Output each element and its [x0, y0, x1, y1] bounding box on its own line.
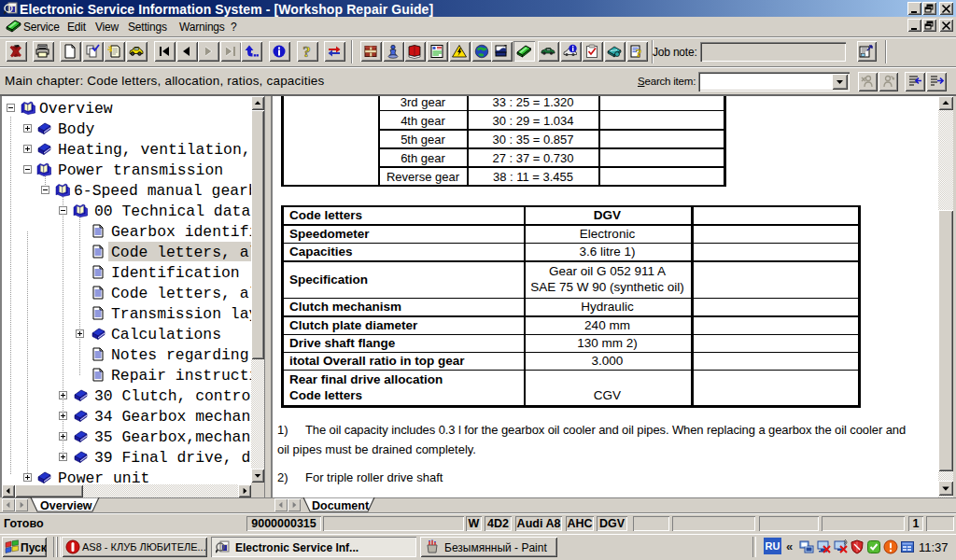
- svg-text:?: ?: [302, 44, 311, 59]
- svg-text:?: ?: [636, 46, 642, 59]
